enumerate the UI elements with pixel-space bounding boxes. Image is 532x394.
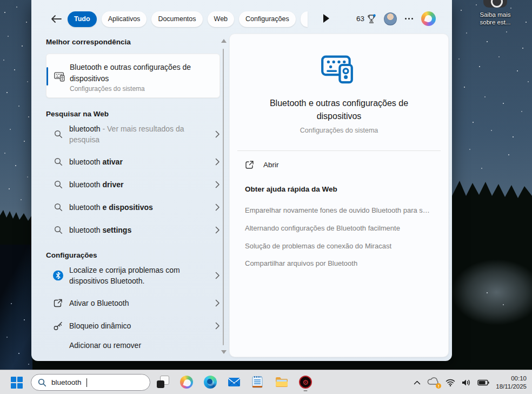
water-reflection-left (0, 245, 32, 370)
scroll-tabs-right-icon[interactable] (323, 14, 329, 23)
taskbar-search-box[interactable]: bluetooth (31, 374, 150, 391)
key-icon (53, 321, 63, 331)
chevron-right-icon (215, 158, 220, 166)
search-window: Tudo Aplicativos Documentos Web Configur… (31, 0, 452, 361)
web-suggestion-row[interactable]: bluetooth settings (46, 219, 220, 241)
desktop-shortcut[interactable]: Saiba mais sobre est... (475, 0, 516, 26)
more-options-icon[interactable] (405, 18, 413, 19)
quick-help-header: Obter ajuda rápida da Web (245, 185, 337, 193)
search-icon (54, 226, 63, 234)
task-view-icon[interactable] (156, 376, 169, 389)
scroll-up-icon[interactable] (221, 39, 227, 43)
scroll-down-icon[interactable] (221, 350, 227, 354)
settings-result-label: Adicionar ou remover (69, 340, 198, 351)
onedrive-icon[interactable]: ! (427, 377, 439, 388)
back-button[interactable] (50, 12, 63, 25)
settings-result-row-clipped[interactable]: Adicionar ou remover (46, 337, 220, 353)
web-suggestion-row[interactable]: bluetooth e dispositivos (46, 196, 220, 219)
tab-apps[interactable]: Aplicativos (102, 11, 147, 27)
rewards-trophy-icon (367, 14, 376, 24)
shortcut-label: Saiba mais sobre est... (475, 11, 516, 26)
header-right-cluster: 63 (356, 11, 436, 26)
search-icon (54, 157, 63, 166)
settings-result-label: Bloqueio dinâmico (69, 320, 198, 331)
search-input-value[interactable]: bluetooth (51, 378, 82, 386)
chevron-right-icon (215, 226, 220, 234)
settings-section-header: Configurações (46, 251, 220, 259)
help-link[interactable]: Emparelhar novamente fones de ouvido Blu… (245, 206, 430, 214)
volume-icon[interactable] (462, 379, 471, 386)
preview-title: Bluetooth e outras configurações de disp… (255, 97, 423, 123)
stars (0, 0, 1, 1)
settings-result-row[interactable]: Ativar o Bluetooth (46, 292, 220, 314)
settings-result-row[interactable]: Localize e corrija problemas com disposi… (46, 259, 220, 292)
open-external-icon (245, 160, 254, 169)
tab-partial[interactable] (301, 11, 308, 27)
help-link[interactable]: Solução de problemas de conexão do Mirac… (245, 242, 391, 250)
web-suggestion-row[interactable]: bluetooth ativar (46, 150, 220, 173)
chevron-right-icon (215, 203, 220, 211)
suggestion-bold: settings (103, 226, 132, 234)
help-link[interactable]: Alternando configurações de Bluetooth fa… (245, 224, 400, 232)
best-match-title: Bluetooth e outras configurações de disp… (70, 62, 192, 84)
settings-result-row[interactable]: Bloqueio dinâmico (46, 314, 220, 337)
selection-accent-bar (46, 67, 48, 86)
tab-documents[interactable]: Documentos (151, 11, 202, 27)
scrollbar-thumb[interactable] (223, 49, 224, 345)
taskbar-apps: ⚙ (156, 376, 312, 389)
chevron-right-icon (215, 322, 220, 330)
start-button[interactable] (11, 377, 22, 388)
tab-web[interactable]: Web (208, 11, 234, 27)
search-filter-bar: Tudo Aplicativos Documentos Web Configur… (50, 11, 308, 27)
chevron-right-icon (215, 181, 220, 188)
devices-icon-large (321, 54, 357, 84)
best-match-subtitle: Configurações do sistema (70, 85, 214, 93)
desktop: Saiba mais sobre est... Tudo Aplicativos… (0, 0, 532, 394)
suggestion-text: bluetooth (69, 180, 103, 189)
best-match-header: Melhor correspondência (46, 38, 220, 46)
rewards-button[interactable]: 63 (356, 14, 376, 24)
results-column: Melhor correspondência Bluetooth e outra… (46, 38, 220, 353)
suggestion-text: bluetooth (69, 203, 103, 212)
share-icon (53, 298, 63, 308)
wifi-icon[interactable] (445, 379, 455, 386)
preview-panel: Bluetooth e outras configurações de disp… (229, 34, 449, 357)
user-avatar[interactable] (384, 12, 397, 25)
system-tray: ! 00:10 18/11/2025 (414, 370, 527, 394)
divider (237, 150, 441, 151)
web-suggestion-row[interactable]: bluetooth driver (46, 173, 220, 196)
help-link[interactable]: Compartilhar arquivos por Bluetooth (245, 259, 357, 267)
notepad-icon[interactable] (251, 376, 264, 389)
chevron-right-icon (215, 130, 220, 138)
taskbar-clock[interactable]: 00:10 18/11/2025 (496, 375, 527, 390)
chevron-right-icon (215, 299, 220, 307)
tray-chevron-up-icon[interactable] (414, 380, 421, 385)
search-icon (54, 180, 63, 189)
copilot-taskbar-icon[interactable] (180, 376, 193, 389)
suggestion-bold: ativar (103, 157, 123, 166)
text-cursor (87, 378, 88, 387)
copilot-icon[interactable] (421, 11, 436, 26)
shortcut-app-icon[interactable] (483, 0, 507, 8)
red-app-icon[interactable]: ⚙ (299, 376, 312, 389)
back-arrow-icon (51, 15, 62, 23)
mail-icon[interactable] (228, 376, 241, 389)
best-match-result[interactable]: Bluetooth e outras configurações de disp… (46, 54, 220, 98)
preview-subtitle: Configurações do sistema (300, 127, 378, 134)
settings-result-label: Ativar o Bluetooth (69, 298, 198, 308)
clock-date: 18/11/2025 (496, 383, 527, 391)
tab-all[interactable]: Tudo (68, 11, 97, 27)
battery-icon[interactable] (477, 379, 489, 386)
tab-settings[interactable]: Configurações (239, 11, 296, 27)
results-scrollbar[interactable] (221, 39, 226, 357)
bluetooth-icon (53, 271, 63, 281)
web-suggestion-row[interactable]: bluetooth - Ver mais resultados da pesqu… (46, 118, 220, 150)
onedrive-warning-badge: ! (436, 383, 441, 389)
rewards-count: 63 (356, 15, 364, 23)
file-explorer-icon[interactable] (275, 376, 288, 389)
open-action[interactable]: Abrir (245, 160, 279, 169)
suggestion-text: bluetooth (69, 226, 103, 234)
edge-browser-icon[interactable] (204, 376, 217, 389)
clock-time: 00:10 (496, 375, 527, 383)
water-reflection-right (452, 260, 532, 325)
